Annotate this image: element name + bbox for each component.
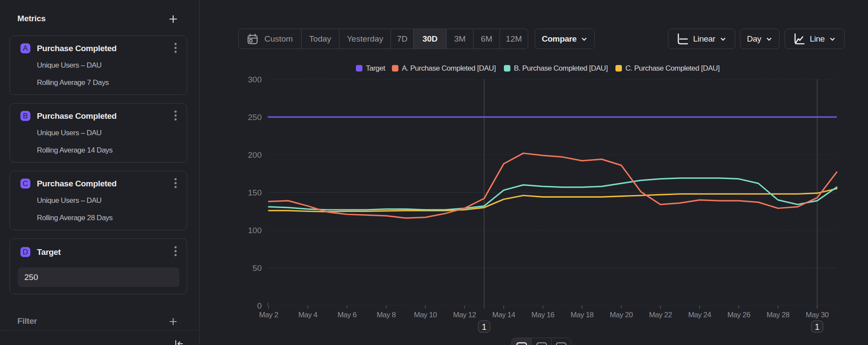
svg-text:1: 1 [482, 322, 487, 332]
svg-text:May 16: May 16 [532, 311, 555, 319]
svg-text:May 22: May 22 [649, 311, 672, 319]
svg-text:May 4: May 4 [298, 311, 317, 319]
svg-text:150: 150 [248, 188, 262, 197]
svg-text:0: 0 [257, 301, 262, 310]
svg-text:250: 250 [248, 113, 262, 122]
svg-text:May 28: May 28 [766, 311, 789, 319]
svg-text:200: 200 [248, 150, 262, 159]
svg-text:May 18: May 18 [571, 311, 594, 319]
svg-text:May 24: May 24 [688, 311, 711, 319]
svg-text:300: 300 [248, 75, 262, 84]
svg-text:May 8: May 8 [377, 311, 396, 319]
svg-text:May 30: May 30 [806, 311, 829, 319]
svg-text:May 14: May 14 [492, 311, 515, 319]
svg-text:100: 100 [248, 226, 262, 235]
svg-text:May 6: May 6 [338, 311, 357, 319]
svg-text:May 12: May 12 [453, 311, 476, 319]
svg-text:50: 50 [253, 264, 262, 273]
svg-text:May 26: May 26 [727, 311, 750, 319]
svg-text:1: 1 [815, 322, 819, 332]
svg-text:May 10: May 10 [414, 311, 437, 319]
svg-text:May 20: May 20 [610, 311, 633, 319]
svg-text:May 2: May 2 [259, 311, 278, 319]
